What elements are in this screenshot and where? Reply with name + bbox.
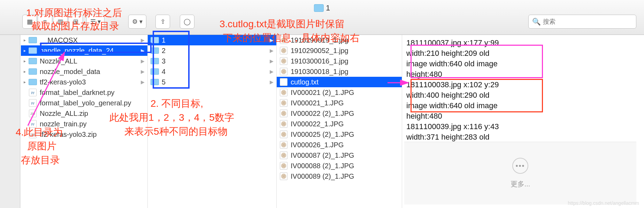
file-row[interactable]: IV000022_1.JPG xyxy=(277,119,402,129)
search-icon: 🔍 xyxy=(532,17,541,26)
file-name: IV000021_1.JPG xyxy=(291,99,344,107)
file-row[interactable]: ▸__MACOSX▶ xyxy=(21,35,147,45)
search-input[interactable] xyxy=(543,18,632,25)
file-row[interactable]: zipNozzle_ALL.zip xyxy=(21,108,147,119)
action-group: ⚙ ▾ xyxy=(128,15,146,29)
img-icon xyxy=(279,68,288,75)
file-row[interactable]: 1▶ xyxy=(148,35,276,45)
file-name: tf2-keras-yolo3.zip xyxy=(40,131,97,139)
file-name: IV000025 (2)_1.JPG xyxy=(291,131,354,139)
file-name: 1910290052_1.jpg xyxy=(291,47,348,55)
file-name: IV000026_1.JPG xyxy=(291,141,344,149)
window-title: 1 xyxy=(326,3,330,13)
py-icon: py xyxy=(29,99,37,106)
img-icon xyxy=(279,131,288,138)
file-name: 2 xyxy=(162,47,166,55)
file-name: IV000088 (2)_1.JPG xyxy=(291,162,354,170)
folder-icon xyxy=(151,79,159,86)
file-name: 1910300018_1.jpg xyxy=(291,68,348,76)
img-icon xyxy=(279,89,288,96)
more-label: 更多... xyxy=(511,179,530,189)
file-name: 4 xyxy=(162,68,166,76)
file-row[interactable]: pyformat_label_darknet.py xyxy=(21,87,147,98)
tag-button[interactable]: ◯ xyxy=(180,15,194,29)
file-row[interactable]: pynozzle_train.py xyxy=(21,119,147,129)
column-2: 1▶2▶3▶4▶5▶ xyxy=(148,35,277,208)
folder-icon xyxy=(29,68,37,75)
img-icon xyxy=(279,162,288,169)
folder-icon xyxy=(151,47,159,54)
file-name: format_label_yolo_general.py xyxy=(40,99,131,107)
file-name: IV000021 (2)_1.JPG xyxy=(291,89,354,97)
file-row[interactable]: ▸Nozzle_ALL▶ xyxy=(21,56,147,66)
file-row[interactable]: 4▶ xyxy=(148,66,276,77)
file-name: nozzle_train.py xyxy=(40,120,87,128)
file-row[interactable]: pyformat_label_yolo_general.py xyxy=(21,98,147,108)
file-row[interactable]: 1910290019_1.jpg xyxy=(277,35,402,45)
finder-toolbar: 1 ▦ ≡ ▥ ⊞ ☰ ▾ ⚙ ▾ ⇪ ◯ 🔍 xyxy=(0,0,644,35)
folder-icon xyxy=(29,37,37,44)
zip-icon: zip xyxy=(29,131,37,138)
img-icon xyxy=(279,99,288,106)
sidebar xyxy=(0,35,20,208)
file-name: 1910300016_1.jpg xyxy=(291,57,348,65)
arrange-button[interactable]: ☰ ▾ xyxy=(86,15,105,29)
more-panel[interactable]: ••• 更多... xyxy=(404,142,636,205)
file-name: IV000022_1.JPG xyxy=(291,120,344,128)
share-button[interactable]: ⇪ xyxy=(155,15,170,29)
file-name: handle_nozzle_data_24 xyxy=(40,47,114,55)
zip-icon: zip xyxy=(29,110,37,117)
img-icon xyxy=(279,120,288,127)
column-3: 1910290019_1.jpg1910290052_1.jpg19103000… xyxy=(277,35,402,208)
window-title-area: 1 xyxy=(314,3,330,13)
file-row[interactable]: IV000087 (2)_1.JPG xyxy=(277,150,402,161)
file-row[interactable]: IV000089 (2)_1.JPG xyxy=(277,171,402,181)
tag-group: ◯ xyxy=(180,15,194,29)
file-row[interactable]: 5▶ xyxy=(148,77,276,87)
chevron-right-icon: ▶ xyxy=(141,48,145,53)
chevron-right-icon: ▶ xyxy=(270,69,274,74)
file-row[interactable]: 2▶ xyxy=(148,45,276,56)
action-gear-button[interactable]: ⚙ ▾ xyxy=(128,15,146,29)
file-row[interactable]: IV000088 (2)_1.JPG xyxy=(277,161,402,171)
list-view-button[interactable]: ≡ xyxy=(38,15,52,29)
file-name: cutlog.txt xyxy=(291,78,319,86)
file-row[interactable]: ▸tf2-keras-yolo3▶ xyxy=(21,77,147,87)
chevron-right-icon: ▶ xyxy=(270,58,274,64)
file-row[interactable]: IV000021_1.JPG xyxy=(277,98,402,108)
file-name: 1910290019_1.jpg xyxy=(291,36,348,44)
icon-view-button[interactable]: ▦ xyxy=(22,15,37,29)
file-row[interactable]: 1910300016_1.jpg xyxy=(277,56,402,66)
file-name: tf2-keras-yolo3 xyxy=(40,78,86,86)
view-mode-group: ▦ ≡ ▥ ⊞ xyxy=(22,15,83,29)
file-row[interactable]: 1910300018_1.jpg xyxy=(277,66,402,77)
chevron-right-icon: ▶ xyxy=(270,79,274,85)
file-row[interactable]: ▸handle_nozzle_data_24▶ xyxy=(21,45,147,56)
file-row[interactable]: ▸nozzle_model_data▶ xyxy=(21,66,147,77)
column-view-button[interactable]: ▥ xyxy=(53,15,68,29)
folder-icon xyxy=(29,58,37,65)
file-row[interactable]: IV000026_1.JPG xyxy=(277,140,402,150)
chevron-right-icon: ▶ xyxy=(270,37,274,43)
arrange-group: ☰ ▾ xyxy=(86,15,105,29)
chevron-right-icon: ▶ xyxy=(141,79,145,85)
chevron-right-icon: ▶ xyxy=(141,58,145,64)
chevron-right-icon: ▶ xyxy=(141,69,145,74)
file-name: IV000087 (2)_1.JPG xyxy=(291,151,354,159)
folder-icon xyxy=(29,79,37,86)
file-row[interactable]: 1910290052_1.jpg xyxy=(277,45,402,56)
gallery-view-button[interactable]: ⊞ xyxy=(68,15,83,29)
img-icon xyxy=(279,173,288,180)
img-icon xyxy=(279,152,288,159)
file-name: Nozzle_ALL xyxy=(40,57,77,65)
folder-icon xyxy=(314,4,324,12)
file-name: __MACOSX xyxy=(40,36,78,44)
search-field[interactable]: 🔍 xyxy=(528,15,636,29)
file-row[interactable]: IV000021 (2)_1.JPG xyxy=(277,87,402,98)
file-row[interactable]: IV000025 (2)_1.JPG xyxy=(277,129,402,140)
file-row[interactable]: 3▶ xyxy=(148,56,276,66)
file-row[interactable]: ziptf2-keras-yolo3.zip xyxy=(21,129,147,140)
file-row[interactable]: IV000022 (2)_1.JPG xyxy=(277,108,402,119)
file-row[interactable]: cutlog.txt xyxy=(277,77,402,87)
file-name: 1 xyxy=(162,36,166,44)
